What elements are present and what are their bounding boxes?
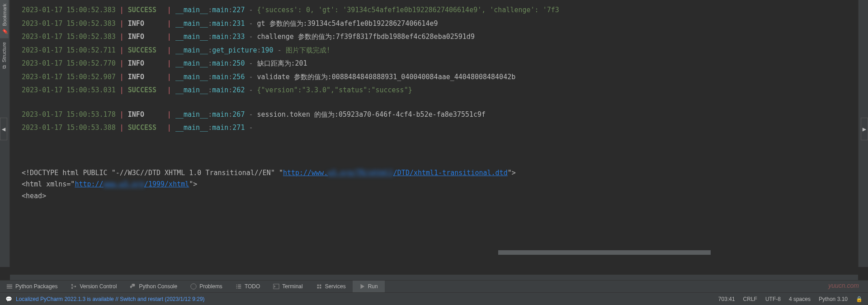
log-module: __main__ xyxy=(175,6,208,14)
log-module: __main__ xyxy=(175,124,208,132)
tab-label: Problems xyxy=(199,283,222,290)
log-module: __main__ xyxy=(175,19,208,28)
chevron-left-icon: ◀ xyxy=(2,125,5,133)
log-level: INFO xyxy=(128,110,144,119)
log-timestamp: 2023-01-17 15:00:52.907 xyxy=(22,73,116,81)
log-timestamp: 2023-01-17 15:00:53.031 xyxy=(22,86,116,94)
svg-point-2 xyxy=(75,286,76,287)
log-line: 2023-01-17 15:00:52.383 | INFO | __main_… xyxy=(0,30,868,44)
bottom-tool-tabs: Python PackagesVersion ControlPython Con… xyxy=(0,280,868,292)
log-lineno: 231 xyxy=(232,19,245,28)
log-timestamp: 2023-01-17 15:00:53.178 xyxy=(22,110,116,119)
log-message: {'success': 0, 'gt': '39134c54afef1e0b19… xyxy=(257,6,559,14)
log-line: 2023-01-17 15:00:52.383 | SUCCESS | __ma… xyxy=(0,4,868,17)
structure-tool-tab[interactable]: ⧉ Structure xyxy=(0,38,8,72)
log-module: __main__ xyxy=(175,86,208,94)
log-function: main xyxy=(212,124,228,132)
tab-label: Version Control xyxy=(80,283,117,290)
html-doctype-line: <!DOCTYPE html PUBLIC "-//W3C//DTD XHTML… xyxy=(0,167,868,179)
log-level: SUCCESS xyxy=(128,86,156,94)
xmlns-url-link[interactable]: http://www.w3.org/1999/xhtml xyxy=(75,180,189,188)
tab-version-control[interactable]: Version Control xyxy=(64,281,123,292)
log-line: 2023-01-17 15:00:52.383 | INFO | __main_… xyxy=(0,17,868,31)
tab-label: TODO xyxy=(245,283,260,290)
log-function: main xyxy=(212,33,228,41)
log-message: session.token 的值为:05923a70-646f-4cf4-b52… xyxy=(257,110,486,119)
tab-services[interactable]: Services xyxy=(310,281,353,292)
tab-python-console[interactable]: Python Console xyxy=(123,281,184,292)
console-output[interactable]: 2023-01-17 15:00:52.383 | SUCCESS | __ma… xyxy=(0,0,868,267)
tab-todo[interactable]: TODO xyxy=(229,281,267,292)
log-function: main xyxy=(212,73,228,81)
todo-icon xyxy=(236,283,242,290)
log-module: __main__ xyxy=(175,59,208,67)
log-message: {"version":"3.3.0","status":"success"} xyxy=(257,86,412,94)
log-function: main xyxy=(212,110,228,119)
structure-tab-label: Structure xyxy=(1,42,7,62)
caret-position[interactable]: 703:41 xyxy=(718,296,735,302)
line-separator[interactable]: CRLF xyxy=(743,296,757,302)
tab-label: Run xyxy=(368,283,378,290)
collapse-left-handle[interactable]: ◀ xyxy=(0,118,7,140)
log-lineno: 267 xyxy=(232,110,245,119)
log-function: get_picture xyxy=(212,46,257,54)
horizontal-scrollbar-thumb[interactable] xyxy=(498,250,711,255)
python-interpreter[interactable]: Python 3.10 xyxy=(819,296,848,302)
bookmark-tab-label: Bookmark xyxy=(2,4,7,26)
log-lineno: 250 xyxy=(232,59,245,67)
log-level: SUCCESS xyxy=(128,46,156,54)
indent-config[interactable]: 4 spaces xyxy=(789,296,811,302)
log-module: __main__ xyxy=(175,33,208,41)
log-timestamp: 2023-01-17 15:00:52.383 xyxy=(22,6,116,14)
file-encoding[interactable]: UTF-8 xyxy=(765,296,781,302)
tab-label: Python Console xyxy=(139,283,177,290)
log-lineno: 190 xyxy=(261,46,274,54)
dtd-url-link[interactable]: http://www.w3.org/TR/xhtml1/DTD/xhtml1-t… xyxy=(283,169,508,177)
log-line: 2023-01-17 15:00:53.031 | SUCCESS | __ma… xyxy=(0,84,868,97)
log-level: INFO xyxy=(128,73,144,81)
log-module: __main__ xyxy=(175,73,208,81)
log-timestamp: 2023-01-17 15:00:52.711 xyxy=(22,46,116,54)
tab-label: Services xyxy=(325,283,346,290)
svg-point-3 xyxy=(191,284,196,289)
tab-python-packages[interactable]: Python Packages xyxy=(0,281,64,292)
lock-icon[interactable]: 🔒 xyxy=(856,296,863,302)
log-message: validate 参数的值为:0088484840888931_04004008… xyxy=(257,73,516,81)
log-level: SUCCESS xyxy=(128,124,156,132)
log-timestamp: 2023-01-17 15:00:52.383 xyxy=(22,19,116,28)
log-level: INFO xyxy=(128,33,144,41)
tab-run[interactable]: Run xyxy=(353,281,385,292)
services-icon xyxy=(316,283,322,290)
svg-point-0 xyxy=(71,284,73,286)
log-message: 图片下载完成! xyxy=(286,46,330,54)
log-lineno: 262 xyxy=(232,86,245,94)
watermark-text: yuucn.com xyxy=(828,282,859,289)
log-lineno: 233 xyxy=(232,33,245,41)
log-lineno: 271 xyxy=(232,124,245,132)
log-function: main xyxy=(212,86,228,94)
chevron-right-icon: ▶ xyxy=(863,125,866,133)
log-timestamp: 2023-01-17 15:00:53.388 xyxy=(22,124,116,132)
bookmark-tool-tab[interactable]: 🔖 Bookmark xyxy=(0,0,9,38)
collapse-right-handle[interactable]: ▶ xyxy=(861,118,868,140)
horizontal-scrollbar-track[interactable] xyxy=(10,275,858,280)
run-icon xyxy=(359,283,365,290)
html-open-line: <html xmlns="http://www.w3.org/1999/xhtm… xyxy=(0,179,868,191)
log-timestamp: 2023-01-17 15:00:52.770 xyxy=(22,59,116,67)
tab-problems[interactable]: Problems xyxy=(184,281,229,292)
python-icon xyxy=(130,283,136,290)
vcs-icon xyxy=(71,283,77,290)
problems-icon xyxy=(190,283,197,290)
log-function: main xyxy=(212,19,228,28)
log-line: 2023-01-17 15:00:52.770 | INFO | __main_… xyxy=(0,57,868,71)
log-level: INFO xyxy=(128,19,144,28)
notification-icon[interactable]: 💬 xyxy=(5,296,12,302)
terminal-icon xyxy=(273,283,279,290)
status-bar: 💬 Localized PyCharm 2022.1.3 is availabl… xyxy=(0,292,868,305)
tab-terminal[interactable]: Terminal xyxy=(267,281,309,292)
log-timestamp: 2023-01-17 15:00:52.383 xyxy=(22,33,116,41)
tab-label: Python Packages xyxy=(15,283,57,290)
status-notification[interactable]: Localized PyCharm 2022.1.3 is available … xyxy=(16,296,205,302)
log-message: challenge 参数的值为:7f39f8317fbdb1988ef4c628… xyxy=(257,33,475,41)
log-module: __main__ xyxy=(175,46,208,54)
